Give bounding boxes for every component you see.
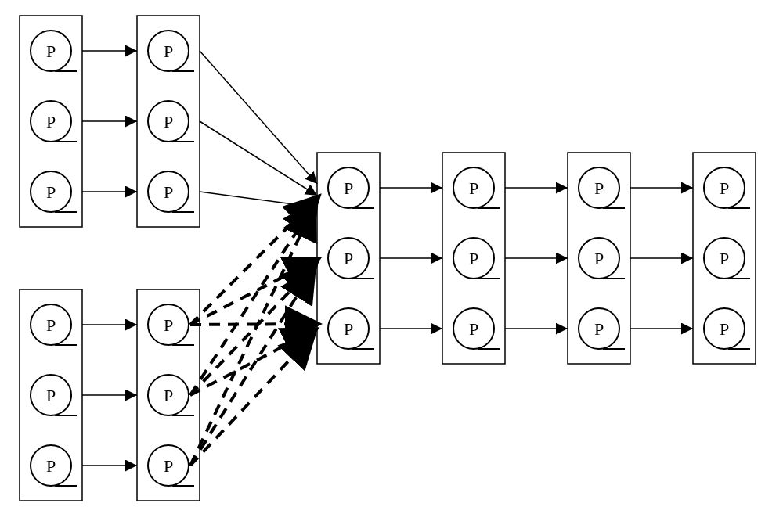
node-label: P [46, 315, 56, 335]
edge-B2-1-C-3 [190, 324, 319, 325]
node-B1-1: P [31, 304, 77, 345]
node-label: P [344, 249, 353, 268]
node-label: P [720, 178, 729, 198]
node-label: P [164, 112, 173, 131]
node-label: P [469, 319, 478, 339]
node-label: P [46, 456, 56, 476]
node-F-2: P [704, 238, 750, 279]
edge-B2-1-C-2 [190, 258, 319, 325]
node-label: P [594, 249, 604, 268]
node-C-2: P [328, 238, 374, 279]
node-label: P [46, 386, 56, 405]
node-C-1: P [328, 167, 374, 208]
node-E-2: P [579, 238, 625, 279]
node-label: P [594, 319, 604, 339]
node-B2-3: P [148, 445, 194, 486]
node-A1-1: P [31, 31, 77, 71]
node-label: P [720, 249, 729, 268]
node-A2-2: P [148, 101, 194, 142]
node-A2-3: P [148, 171, 194, 212]
node-D-1: P [453, 167, 500, 208]
edge-B2-2-C-2 [190, 263, 317, 395]
edge-B2-3-C-3 [190, 333, 315, 466]
node-E-1: P [579, 167, 625, 208]
diagram-canvas: P P P P P P P P P [0, 0, 783, 532]
node-label: P [469, 178, 478, 198]
edge-B2-1-C-1 [190, 196, 319, 325]
node-A2-1: P [148, 31, 194, 71]
edge-B2-3-C-1 [190, 205, 315, 466]
node-C-3: P [328, 308, 374, 349]
node-D-2: P [453, 238, 500, 279]
node-label: P [594, 178, 604, 198]
node-label: P [344, 178, 353, 198]
node-F-1: P [704, 167, 750, 208]
node-B2-1: P [148, 304, 194, 345]
node-E-3: P [579, 308, 625, 349]
node-label: P [469, 249, 478, 268]
node-F-3: P [704, 308, 750, 349]
node-A1-3: P [31, 171, 77, 212]
node-label: P [46, 182, 56, 202]
node-label: P [46, 41, 56, 61]
node-B2-2: P [148, 375, 194, 415]
edge-A2-2-C [200, 121, 317, 196]
node-A1-2: P [31, 101, 77, 142]
node-B1-2: P [31, 375, 77, 415]
edge-A2-1-C [200, 51, 317, 184]
node-label: P [164, 182, 173, 202]
node-label: P [720, 319, 729, 339]
node-label: P [164, 41, 173, 61]
node-label: P [344, 319, 353, 339]
node-label: P [164, 386, 173, 405]
node-label: P [164, 456, 173, 476]
node-D-3: P [453, 308, 500, 349]
node-label: P [46, 112, 56, 131]
node-B1-3: P [31, 445, 77, 486]
node-label: P [164, 315, 173, 335]
edge-A2-3-C [200, 192, 317, 207]
